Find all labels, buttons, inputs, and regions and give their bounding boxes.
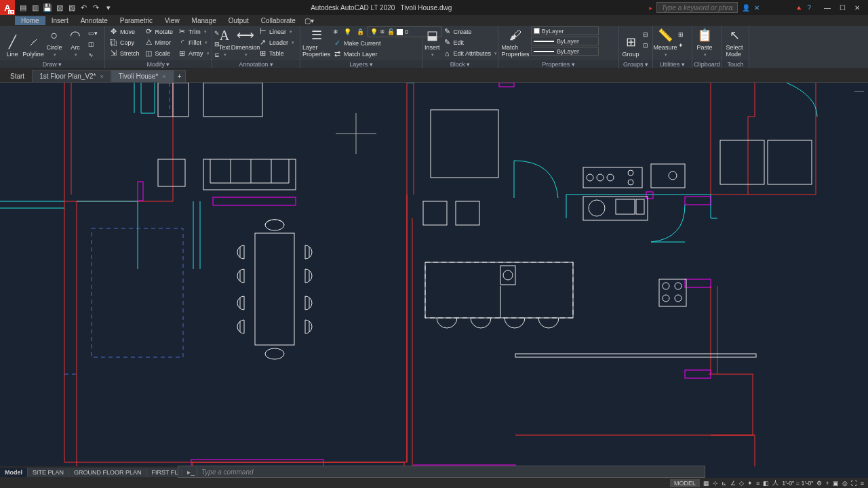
ortho-toggle[interactable]: ⊾ xyxy=(722,480,727,487)
modelspace-toggle[interactable]: MODEL xyxy=(670,479,700,487)
mirror-button[interactable]: ⧊Mirror xyxy=(142,37,176,47)
copy-button[interactable]: ⿻Copy xyxy=(107,37,142,47)
tab-insert[interactable]: Insert xyxy=(45,16,75,25)
lineweight-combo[interactable]: ByLayer xyxy=(531,37,599,45)
polar-toggle[interactable]: ∠ xyxy=(730,480,736,487)
layout-tab[interactable]: GROUND FLOOR PLAN xyxy=(69,468,147,477)
share-icon[interactable]: 🔺 xyxy=(795,4,803,12)
drawing-canvas[interactable] xyxy=(0,83,868,466)
isolate-icon[interactable]: ◎ xyxy=(842,480,848,487)
point-icon[interactable]: ✦ xyxy=(676,40,686,50)
table-button[interactable]: ⊞Table xyxy=(256,48,296,58)
hardwareaccel-icon[interactable]: ▣ xyxy=(833,480,839,487)
tab-manage[interactable]: Manage xyxy=(186,16,222,25)
maximize-button[interactable]: ☐ xyxy=(835,2,849,13)
tab-parametric[interactable]: Parametric xyxy=(114,16,159,25)
edit-attrs-button[interactable]: ⌂Edit Attributes xyxy=(441,48,500,58)
close-button[interactable]: ✕ xyxy=(850,2,864,13)
panel-layers-title[interactable]: Layers ▾ xyxy=(300,60,422,68)
app-logo[interactable]: A xyxy=(0,0,15,15)
text-button[interactable]: AText xyxy=(214,26,235,59)
new-icon[interactable]: ▤ xyxy=(18,3,28,13)
array-button[interactable]: ⊞Array xyxy=(176,48,212,58)
dimension-button[interactable]: ⟷Dimension xyxy=(235,26,256,59)
polyline-button[interactable]: ⟋Polyline xyxy=(23,26,43,59)
linetype-combo[interactable]: ByLayer xyxy=(531,47,599,56)
fillet-button[interactable]: ◜Fillet xyxy=(176,37,212,47)
hatch-icon[interactable]: ◫ xyxy=(86,39,100,49)
command-input[interactable]: Type a command xyxy=(201,468,254,476)
paste-button[interactable]: 📋Paste xyxy=(694,26,715,59)
tab-file-1[interactable]: 1st Floor Plan_V2*× xyxy=(32,70,111,82)
plot-icon[interactable]: ▨ xyxy=(66,3,77,13)
panel-annotation-title[interactable]: Annotation ▾ xyxy=(212,60,300,68)
otrack-toggle[interactable]: ✦ xyxy=(747,480,753,487)
viewport-minimize-icon[interactable]: — xyxy=(854,85,864,96)
panel-draw-title[interactable]: Draw ▾ xyxy=(0,60,104,68)
tab-home[interactable]: Home xyxy=(15,16,45,25)
group-edit-icon[interactable]: ⊡ xyxy=(641,40,650,50)
grip-icon[interactable]: ⋮⋮ xyxy=(178,468,185,476)
open-icon[interactable]: ▥ xyxy=(30,3,40,13)
qat-more-icon[interactable]: ▾ xyxy=(103,3,113,13)
transparency-toggle[interactable]: ◧ xyxy=(763,480,769,487)
calc-icon[interactable]: ⊞ xyxy=(676,29,686,39)
layout-model[interactable]: Model xyxy=(0,468,28,477)
match-properties-button[interactable]: 🖌Match Properties xyxy=(500,26,530,59)
snap-toggle[interactable]: ⊹ xyxy=(713,480,718,487)
arc-button[interactable]: ◠Arc xyxy=(65,26,85,59)
leader-button[interactable]: ↗Leader xyxy=(256,37,296,47)
line-button[interactable]: ╱Line xyxy=(2,26,22,59)
signin-icon[interactable]: 👤 xyxy=(742,4,750,12)
group-button[interactable]: ⊞Group xyxy=(621,26,640,59)
search-caret-icon[interactable]: ▸ xyxy=(649,4,652,12)
tab-view[interactable]: View xyxy=(159,16,186,25)
panel-groups-title[interactable]: Groups ▾ xyxy=(619,60,652,68)
new-tab-button[interactable]: + xyxy=(174,70,186,82)
customize-icon[interactable]: ≡ xyxy=(861,480,864,487)
tab-extra[interactable]: ▢▾ xyxy=(302,16,317,25)
tab-start[interactable]: Start xyxy=(3,70,32,82)
circle-button[interactable]: ○Circle xyxy=(44,26,64,59)
scale-readout[interactable]: 1'-0" = 1'-0" xyxy=(782,480,813,487)
layer-state-icon[interactable]: ❄ xyxy=(331,27,340,37)
layer-lock-icon[interactable]: 🔒 xyxy=(355,27,366,37)
panel-utilities-title[interactable]: Utilities ▾ xyxy=(653,60,692,68)
saveas-icon[interactable]: ▧ xyxy=(54,3,64,13)
save-icon[interactable]: 💾 xyxy=(42,3,52,13)
tab-file-2[interactable]: Tivoli House*× xyxy=(111,70,174,82)
panel-block-title[interactable]: Block ▾ xyxy=(422,60,498,68)
insert-button[interactable]: ⬓Insert xyxy=(425,26,440,59)
help-search-input[interactable] xyxy=(656,2,738,13)
move-button[interactable]: ✥Move xyxy=(107,26,142,37)
linear-button[interactable]: ⊢Linear xyxy=(256,26,296,37)
layer-properties-button[interactable]: ☰Layer Properties xyxy=(302,26,330,59)
workspace-icon[interactable]: ⚙ xyxy=(816,480,822,487)
help-icon[interactable]: ? xyxy=(807,4,811,12)
layer-off-icon[interactable]: 💡 xyxy=(342,27,353,37)
lineweight-toggle[interactable]: ≡ xyxy=(756,480,760,487)
command-line[interactable]: ⋮⋮ ▸_ Type a command xyxy=(178,466,705,478)
annomonitor-icon[interactable]: + xyxy=(825,480,829,487)
undo-icon[interactable]: ↶ xyxy=(79,3,89,13)
spline-icon[interactable]: ∿ xyxy=(86,49,100,60)
stretch-button[interactable]: ⇲Stretch xyxy=(107,48,142,58)
tab-annotate[interactable]: Annotate xyxy=(75,16,114,25)
redo-icon[interactable]: ↷ xyxy=(91,3,101,13)
cleanscreen-icon[interactable]: ⛶ xyxy=(851,480,857,487)
app-exchange-icon[interactable]: ✕ xyxy=(754,4,760,12)
select-mode-button[interactable]: ↖Select Mode xyxy=(724,26,745,59)
tab-output[interactable]: Output xyxy=(222,16,255,25)
measure-button[interactable]: 📏Measure xyxy=(655,26,675,59)
close-tab-icon[interactable]: × xyxy=(162,73,165,80)
edit-block-button[interactable]: ✎Edit xyxy=(441,37,500,47)
scale-button[interactable]: ◫Scale xyxy=(142,48,176,58)
close-tab-icon[interactable]: × xyxy=(100,73,104,80)
panel-properties-title[interactable]: Properties ▾ xyxy=(498,60,618,68)
layout-tab[interactable]: SITE PLAN xyxy=(28,468,69,477)
annoscale-icon[interactable]: 人 xyxy=(772,479,778,487)
panel-modify-title[interactable]: Modify ▾ xyxy=(105,60,212,68)
grid-toggle[interactable]: ▦ xyxy=(703,480,709,487)
color-combo[interactable]: ByLayer xyxy=(531,26,599,35)
create-block-button[interactable]: ✎Create xyxy=(441,26,500,37)
